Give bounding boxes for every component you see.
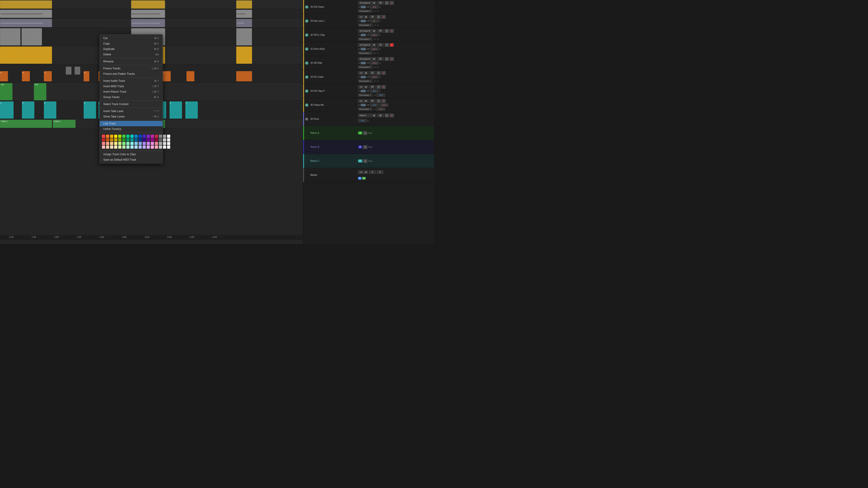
color-swatch-46[interactable] [147,142,150,145]
color-swatch-10[interactable] [138,135,142,138]
color-swatch-14[interactable] [155,135,158,138]
vol-display-33[interactable]: -12.0 [370,75,379,78]
record-btn-30[interactable]: ⊙ [390,29,394,33]
track-play-29[interactable]: ▶ [304,14,309,28]
color-swatch-25[interactable] [130,138,133,141]
track-play-35[interactable]: ▶ [304,98,309,112]
color-swatch-38[interactable] [114,142,117,145]
menu-item-save-default[interactable]: Save as Default MIDI Track [100,157,162,162]
color-swatch-60[interactable] [134,145,138,149]
percussion-label-29[interactable]: Percussion ▼ [358,24,373,27]
vol-display2-35[interactable]: -12.0 [380,103,388,107]
track-num-33[interactable] [369,71,376,75]
time-div-master[interactable]: 1/2 [358,170,368,174]
color-swatch-35[interactable] [102,142,105,145]
vol-display-28[interactable]: -4.0 [370,5,379,8]
color-swatch-15[interactable] [159,135,162,138]
menu-item-select-content[interactable]: Select Track Content [100,101,162,107]
label-auto-30[interactable]: Auto [361,34,366,36]
clip-orange-3[interactable]: 0 [44,71,52,81]
percussion-label-30[interactable]: Percussion ▼ [358,37,373,41]
color-swatch-61[interactable] [138,145,142,149]
color-swatch-56[interactable] [118,145,121,149]
track-play-28[interactable]: ▶ [304,0,309,14]
color-swatch-34[interactable] [167,138,170,141]
track-play-30[interactable]: ▶ [304,28,309,42]
clip-orange-11[interactable] [186,71,194,81]
color-swatch-13[interactable] [151,135,154,138]
clip-orange-12[interactable] [236,71,252,81]
menu-item-freeze[interactable]: Freeze Tracks ⌥⌘ F [100,66,162,71]
track-play-ra[interactable] [304,126,309,140]
color-swatch-57[interactable] [122,145,125,149]
vol-display-35[interactable]: -6.0 [370,103,379,107]
clip-cyan-2[interactable]: F [22,101,34,119]
color-swatch-36[interactable] [106,142,109,145]
solo-btn-31[interactable]: S [385,43,389,47]
color-swatch-2[interactable] [106,135,109,138]
channel-select-31[interactable]: All Chann▼ [358,43,376,47]
channel-select-30[interactable]: All Chann▼ [358,29,376,33]
color-swatch-33[interactable] [163,138,166,141]
label-auto-31[interactable]: Auto [361,48,366,51]
percussion-label-33[interactable]: Percussion ▼ [358,79,373,83]
label-auto-29[interactable]: Auto [361,20,366,22]
color-swatch-43[interactable] [134,142,138,145]
menu-item-delete[interactable]: Delete Del [100,52,162,57]
clip-track1-1[interactable]: Track 1 [0,120,52,128]
track-num-28[interactable] [377,1,384,5]
solo-btn-ra[interactable]: S [363,131,367,135]
color-swatch-40[interactable] [122,142,125,145]
clip-gray-arrow-2[interactable] [74,67,80,74]
color-swatch-3[interactable] [110,135,113,138]
vol-display-32[interactable]: -13.3 [370,61,379,65]
clip-green-2[interactable]: ◦003 [34,83,46,100]
menu-item-group-tracks[interactable]: Group Tracks ⌘ G [100,94,162,100]
color-swatch-50[interactable] [163,142,166,145]
color-swatch-23[interactable] [122,138,125,141]
color-swatch-1[interactable] [102,135,105,138]
clip-piano-2[interactable] [22,28,42,45]
menu-item-insert-return[interactable]: Insert Return Track ⌥⌘ T [100,89,162,94]
percussion-label-31[interactable]: Percussion ▼ [358,52,373,55]
vol-display-30[interactable]: -10.1 [370,33,379,37]
color-swatch-63[interactable] [147,145,150,149]
record-btn-33[interactable]: ⊙ [381,71,385,75]
color-swatch-42[interactable] [130,142,133,145]
clip-drum-yellow-1[interactable] [0,46,52,64]
color-swatch-20[interactable] [110,138,113,141]
solo-btn-33[interactable]: S [377,71,381,75]
clip-cyan-4[interactable]: F [84,101,96,119]
color-swatch-8[interactable] [130,135,133,138]
menu-item-link-track[interactable]: Link Track [100,121,162,126]
solo-btn-rc[interactable]: S [363,159,367,163]
solo-btn-30[interactable]: S [385,29,389,33]
menu-item-show-take[interactable]: Show Take Lanes ⌃⌘ U [100,114,162,119]
record-btn-28[interactable]: ⊙ [390,1,394,5]
clip-yellow-2[interactable] [131,0,165,8]
color-swatch-39[interactable] [118,142,121,145]
color-swatch-68[interactable] [167,145,170,149]
percussion-label-28[interactable]: Percussion ▼ [358,9,373,13]
label-auto-33[interactable]: Auto [361,76,366,78]
solo-btn-28[interactable]: S [385,1,389,5]
color-swatch-52[interactable] [102,145,105,149]
color-swatch-67[interactable] [163,145,166,149]
color-swatch-7[interactable] [126,135,129,138]
record-btn-29[interactable]: ⊙ [381,15,385,19]
record-btn-36[interactable]: ⊙ [390,113,394,117]
clip-orange-1[interactable]: 0◦ [0,71,8,81]
color-swatch-45[interactable] [143,142,146,145]
color-swatch-12[interactable] [147,135,150,138]
label-auto-32[interactable]: Auto [361,62,366,64]
track-play-rb[interactable] [304,140,309,154]
color-swatch-17[interactable] [167,135,170,138]
color-swatch-64[interactable] [151,145,154,149]
color-swatch-66[interactable] [159,145,162,149]
clip-haha-3[interactable]: Ha Ha Ha [236,10,252,18]
track-play-32[interactable]: ▶ [304,56,309,70]
track-num-34[interactable] [369,85,376,89]
channel-select-36[interactable]: Main▼ [358,113,376,117]
color-swatch-49[interactable] [159,142,162,145]
track-play-34[interactable]: ▶ [304,84,309,98]
